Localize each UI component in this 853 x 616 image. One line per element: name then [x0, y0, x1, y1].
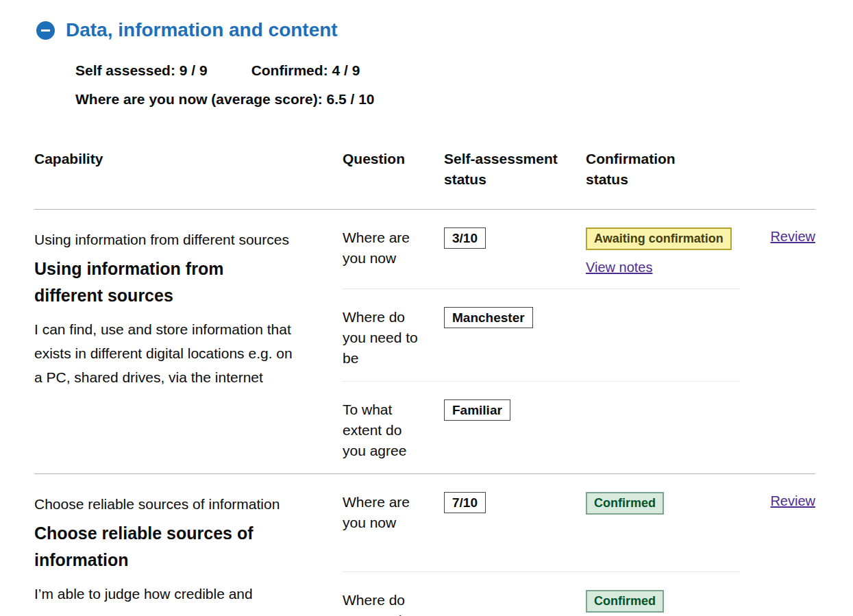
question-label: Where are you now [343, 492, 419, 533]
stat-average-score: Where are you now (average score): 6.5 /… [75, 88, 375, 110]
question-label: Where do you need to be [343, 307, 419, 369]
stat-confirmed: Confirmed: 4 / 9 [251, 60, 360, 82]
question-label: To what extent do you agree [343, 399, 419, 461]
question-label: Where do you need to be [343, 590, 419, 616]
header-question: Question [343, 149, 405, 169]
status-badge-confirmed: Confirmed [586, 590, 664, 613]
table-row: Choose reliable sources of information C… [34, 474, 815, 572]
capability-name: Choose reliable sources of information [34, 492, 295, 516]
self-assessment-value: 7/10 [444, 492, 486, 513]
section-stats: Self assessed: 9 / 9 Confirmed: 4 / 9 Wh… [75, 60, 815, 110]
header-capability: Capability [34, 149, 103, 169]
header-self-assessment-status: Self-assessment status [444, 149, 567, 190]
self-assessment-value: Familiar [444, 399, 510, 421]
status-badge-awaiting-confirmation: Awaiting confirmation [586, 227, 732, 250]
table-header-row: Capability Question Self-assessment stat… [34, 149, 815, 210]
review-link[interactable]: Review [770, 229, 815, 244]
page-viewport: Data, information and content Self asses… [0, 0, 853, 616]
self-assessment-value: Manchester [444, 307, 533, 328]
capability-cell: Choose reliable sources of information C… [34, 474, 343, 616]
self-assessment-value: 3/10 [444, 227, 486, 249]
view-notes-link[interactable]: View notes [586, 260, 652, 275]
capability-name: Using information from different sources [34, 227, 295, 251]
header-confirmation-status: Confirmation status [586, 149, 695, 190]
assessment-section: Data, information and content Self asses… [0, 0, 853, 616]
section-toggle[interactable]: Data, information and content [36, 19, 815, 42]
capability-title: Choose reliable sources of information [34, 520, 295, 574]
capability-description: I’m able to judge how credible and [34, 582, 295, 606]
review-link[interactable]: Review [770, 493, 815, 508]
capability-table: Capability Question Self-assessment stat… [34, 149, 815, 616]
section-title: Data, information and content [66, 19, 338, 42]
capability-description: I can find, use and store information th… [34, 317, 295, 389]
capability-cell: Using information from different sources… [34, 210, 343, 474]
status-badge-confirmed: Confirmed [586, 492, 664, 515]
question-label: Where are you now [343, 227, 419, 269]
table-row: Using information from different sources… [34, 210, 815, 289]
stat-self-assessed: Self assessed: 9 / 9 [75, 60, 208, 82]
capability-title: Using information from different sources [34, 256, 295, 309]
minus-icon [36, 21, 55, 40]
